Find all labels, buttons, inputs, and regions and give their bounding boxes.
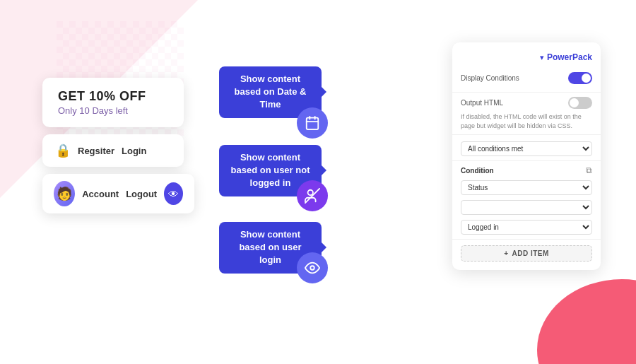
account-button[interactable]: Account bbox=[82, 189, 119, 199]
condition-section: Condition ⧉ Status Login Status Role Log… bbox=[452, 161, 601, 240]
right-panel: ▾ PowerPack Display Conditions Output HT… bbox=[452, 42, 601, 270]
preview-area: GET 10% OFF Only 10 Days left 🔒 Regsiter… bbox=[42, 78, 194, 213]
login-card: 🔒 Regsiter Login bbox=[42, 134, 184, 167]
copy-icon[interactable]: ⧉ bbox=[586, 165, 592, 175]
panel-dropdown-icon: ▾ bbox=[540, 53, 544, 62]
svg-point-11 bbox=[310, 266, 314, 270]
output-html-section: Output HTML If disabled, the HTML code w… bbox=[452, 93, 601, 135]
discount-title: GET 10% OFF bbox=[58, 89, 168, 104]
icon-user-slash-circle bbox=[297, 180, 328, 211]
avatar: 🧑 bbox=[54, 181, 75, 206]
toggle-knob bbox=[582, 74, 591, 83]
logout-button[interactable]: Logout bbox=[126, 189, 157, 199]
display-conditions-label: Display Conditions bbox=[461, 74, 519, 82]
brand-name: PowerPack bbox=[547, 52, 592, 62]
eye-icon: 👁 bbox=[168, 188, 179, 200]
discount-subtitle: Only 10 Days left bbox=[58, 105, 168, 116]
output-html-row: Output HTML bbox=[461, 97, 592, 109]
icon-date-circle bbox=[297, 107, 328, 139]
status-select[interactable]: Status Login Status Role bbox=[461, 180, 592, 195]
output-html-toggle[interactable] bbox=[568, 97, 592, 109]
eye-button[interactable]: 👁 bbox=[164, 182, 183, 205]
login-button[interactable]: Login bbox=[122, 146, 146, 156]
condition-row: Condition ⧉ bbox=[461, 165, 592, 175]
icon-eye-circle bbox=[297, 252, 328, 283]
register-button[interactable]: Regsiter bbox=[78, 146, 114, 156]
account-card: 🧑 Account Logout 👁 bbox=[42, 174, 194, 213]
add-item-button[interactable]: + ADD ITEM bbox=[461, 245, 592, 262]
tooltip-login-text: Show content based on user login bbox=[239, 229, 301, 265]
output-html-description: If disabled, the HTML code will exist on… bbox=[461, 112, 592, 130]
discount-card: GET 10% OFF Only 10 Days left bbox=[42, 78, 184, 127]
panel-header: ▾ PowerPack bbox=[452, 49, 601, 68]
logged-select[interactable]: Logged in Logged out bbox=[461, 220, 592, 235]
conditions-select[interactable]: All conditions met Any condition met bbox=[461, 141, 592, 156]
add-item-label: ADD ITEM bbox=[512, 249, 549, 257]
condition-label: Condition bbox=[461, 167, 494, 175]
add-item-icon: + bbox=[504, 249, 508, 257]
toggle-knob-off bbox=[570, 98, 579, 107]
tooltip-date-text: Show content based on Date & Time bbox=[235, 74, 307, 110]
tooltip-not-logged-text: Show content based on user not logged in bbox=[231, 152, 310, 188]
lock-icon: 🔒 bbox=[55, 143, 71, 158]
display-conditions-row: Display Conditions bbox=[461, 72, 592, 84]
svg-point-9 bbox=[308, 190, 313, 195]
svg-rect-5 bbox=[307, 118, 319, 130]
conditions-dropdown-section: All conditions met Any condition met bbox=[452, 135, 601, 161]
display-conditions-toggle[interactable] bbox=[568, 72, 592, 84]
output-html-label: Output HTML bbox=[461, 99, 503, 107]
display-conditions-section: Display Conditions bbox=[452, 68, 601, 93]
svg-point-4 bbox=[537, 279, 636, 364]
value-select[interactable]: Logged in Logged out bbox=[461, 200, 592, 215]
